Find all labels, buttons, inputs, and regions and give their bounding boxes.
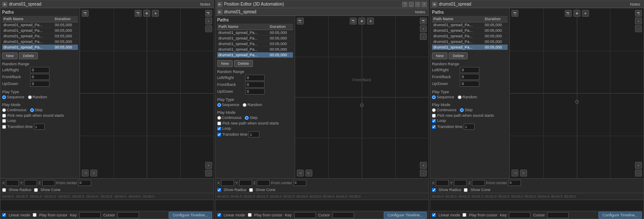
transition-input-2[interactable] — [249, 131, 259, 137]
transition-checkbox-3[interactable] — [432, 125, 436, 129]
br-btn-3a[interactable]: + — [635, 162, 642, 169]
table-row[interactable]: drums01_spread_Pa...00:05,000 — [432, 45, 508, 50]
key-input-2[interactable] — [294, 212, 316, 218]
left-right-input-3[interactable] — [460, 67, 479, 73]
loop-checkbox-2[interactable] — [217, 127, 221, 131]
front-back-input-1[interactable] — [30, 74, 49, 80]
transition-checkbox-2[interactable] — [217, 133, 221, 137]
bl-btn-1a[interactable]: ◁ — [82, 170, 89, 176]
bl-btn-2b[interactable]: ▷ — [305, 170, 312, 176]
table-row[interactable]: drums01_spread_Pa...00:05,000 — [217, 30, 293, 36]
step-radio-3[interactable] — [460, 108, 464, 112]
r-btn-1b[interactable]: + — [205, 18, 212, 24]
transition-checkbox-1[interactable] — [2, 125, 6, 129]
new-btn-2[interactable]: New — [217, 60, 233, 67]
up-down-input-2[interactable] — [245, 88, 265, 94]
y-input-3[interactable] — [454, 180, 467, 186]
loop-checkbox-3[interactable] — [432, 119, 436, 123]
cam-btn-3b[interactable]: ◉ — [573, 10, 580, 17]
new-btn-1[interactable]: New — [2, 52, 18, 59]
close-btn[interactable]: × — [422, 2, 427, 7]
delete-btn-1[interactable]: Delete — [19, 52, 38, 59]
cam-btn-3c[interactable]: ◈ — [582, 10, 589, 17]
sequence-radio-label-1[interactable]: Sequence — [2, 95, 25, 99]
configure-btn-1[interactable]: Configure Timeline... — [169, 212, 212, 219]
table-row[interactable]: drums01_spread_Pa...00:05,000 — [217, 52, 293, 58]
front-back-input-2[interactable] — [245, 82, 265, 88]
show-cone-checkbox-2[interactable] — [249, 188, 253, 192]
tl-btn-1[interactable]: 📷 — [82, 10, 89, 17]
play-from-cursor-checkbox-3[interactable] — [462, 213, 466, 217]
from-center-input-3[interactable] — [508, 180, 521, 186]
br-btn-1a[interactable]: + — [205, 162, 212, 169]
loop-checkbox-1[interactable] — [2, 119, 6, 123]
table-row[interactable]: drums01_spread_Pa...00:05,000 — [2, 39, 78, 45]
table-row[interactable]: drums01_spread_Pa...00:05,000 — [2, 28, 78, 33]
table-row[interactable]: drums01_spread_Pa...00:05,000 — [432, 28, 508, 33]
cam-btn-1c[interactable]: ◈ — [152, 10, 159, 17]
cursor-input-3[interactable] — [547, 212, 569, 218]
r-btn-3b[interactable]: + — [635, 18, 642, 24]
new-btn-3[interactable]: New — [432, 52, 447, 59]
random-radio-3[interactable] — [458, 95, 462, 99]
step-radio-2[interactable] — [245, 116, 249, 120]
cam-btn-3a[interactable]: 📷 — [565, 10, 572, 17]
cursor-input-1[interactable] — [117, 212, 139, 218]
timeline-track-3[interactable] — [430, 200, 644, 211]
show-cone-checkbox-3[interactable] — [464, 188, 468, 192]
left-right-input-1[interactable] — [30, 67, 49, 73]
br-btn-3b[interactable]: - — [635, 170, 642, 176]
continuous-radio-3[interactable] — [432, 108, 436, 112]
r-btn-3a[interactable]: 📷 — [635, 10, 642, 17]
cam-btn-2c[interactable]: ◈ — [367, 18, 374, 24]
r-btn-2c[interactable]: - — [420, 33, 427, 40]
cam-btn-2a[interactable]: 📷 — [350, 18, 357, 24]
notes-btn-2[interactable]: Notes — [413, 9, 427, 15]
br-btn-1b[interactable]: - — [205, 170, 212, 176]
bl-btn-3a[interactable]: ◁ — [512, 170, 518, 176]
sequence-radio-label-2[interactable]: Sequence — [217, 103, 240, 107]
transition-input-3[interactable] — [464, 124, 475, 130]
delete-btn-3[interactable]: Delete — [449, 52, 468, 59]
table-row[interactable]: drums01_spread_Pa...00:05,000 — [2, 22, 78, 28]
continuous-radio-1[interactable] — [2, 108, 6, 112]
help-btn[interactable]: ? — [402, 2, 407, 7]
front-back-input-3[interactable] — [460, 74, 479, 80]
x-input-2[interactable] — [221, 180, 234, 186]
linear-mode-checkbox-1[interactable] — [2, 213, 6, 217]
notes-btn-3[interactable]: Notes — [629, 2, 642, 7]
tl-btn-3[interactable]: 📷 — [512, 10, 518, 17]
table-row[interactable]: drums01_spread_Pa...03:05,000 — [2, 33, 78, 39]
br-btn-2a[interactable]: + — [420, 162, 427, 169]
x-input-1[interactable] — [6, 180, 19, 186]
table-row[interactable]: drums01_spread_Pa...00:05,000 — [432, 22, 508, 28]
delete-btn-2[interactable]: Delete — [234, 60, 253, 67]
random-radio-label-2[interactable]: Random — [243, 103, 262, 107]
linear-mode-checkbox-3[interactable] — [432, 213, 436, 217]
sequence-radio-label-3[interactable]: Sequence — [432, 95, 454, 99]
timeline-track-1[interactable] — [0, 200, 214, 211]
z-input-1[interactable] — [42, 180, 55, 186]
r-btn-2a[interactable]: 📷 — [420, 18, 427, 24]
timeline-track-2[interactable] — [216, 200, 429, 211]
bl-btn-3b[interactable]: ▷ — [520, 170, 527, 176]
cam-btn-2b[interactable]: ◉ — [358, 18, 365, 24]
show-cone-checkbox-1[interactable] — [34, 188, 38, 192]
step-radio-label-3[interactable]: Step — [460, 108, 473, 112]
table-row[interactable]: drums01_spread_Pa...00:05,000 — [2, 45, 78, 50]
continuous-radio-label-2[interactable]: Continuous — [217, 116, 242, 120]
bl-btn-1b[interactable]: ▷ — [90, 170, 97, 176]
configure-btn-3[interactable]: Configure Timeline... — [598, 212, 642, 219]
y-input-2[interactable] — [239, 180, 252, 186]
y-input-1[interactable] — [24, 180, 37, 186]
minimize-btn[interactable]: _ — [409, 2, 414, 7]
r-btn-3c[interactable]: - — [635, 25, 642, 32]
table-row[interactable]: drums01_spread_Pa...00:05,000 — [432, 39, 508, 45]
x-input-3[interactable] — [436, 180, 449, 186]
play-from-cursor-checkbox-1[interactable] — [33, 213, 37, 217]
table-row[interactable]: drums01_spread_Pa...00:05,000 — [432, 33, 508, 39]
show-radius-checkbox-2[interactable] — [217, 188, 221, 192]
key-input-1[interactable] — [79, 212, 101, 218]
notes-btn-1[interactable]: Notes — [198, 2, 212, 7]
table-row[interactable]: drums01_spread_Pa...03:05,000 — [217, 41, 293, 47]
